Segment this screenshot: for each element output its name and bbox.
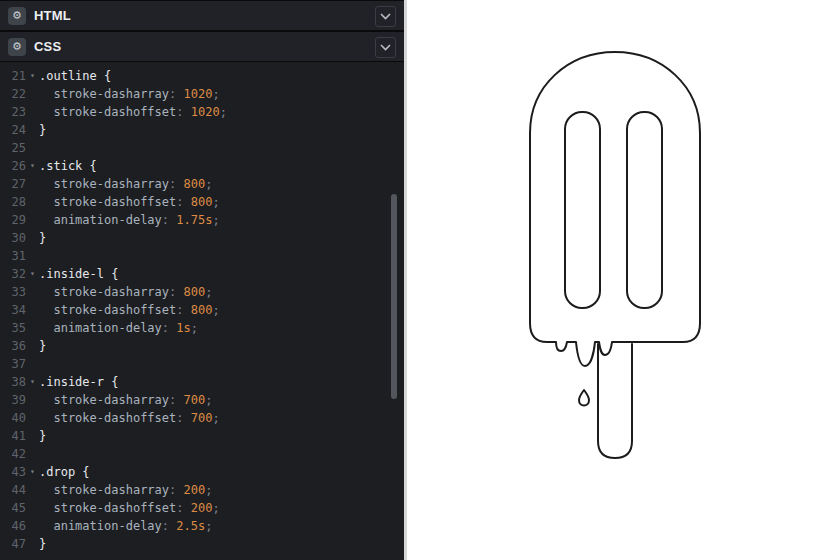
editor-scrollbar[interactable] bbox=[391, 194, 397, 399]
code-line[interactable]: 24} bbox=[0, 121, 404, 139]
line-number: 21 bbox=[0, 67, 26, 85]
code-text: animation-delay: 1s; bbox=[39, 319, 198, 337]
fold-caret-icon[interactable]: ▾ bbox=[26, 157, 39, 175]
code-line[interactable]: 29 animation-delay: 1.75s; bbox=[0, 211, 404, 229]
code-text: } bbox=[39, 337, 46, 355]
gear-icon: ⚙ bbox=[12, 10, 22, 21]
editor-column: ⚙ HTML ⚙ CSS 21▾.outline {22 stroke-dash… bbox=[0, 0, 404, 560]
line-number: 23 bbox=[0, 103, 26, 121]
popsicle-stick bbox=[598, 344, 632, 458]
code-text: stroke-dasharray: 1020; bbox=[39, 85, 220, 103]
fold-caret-icon[interactable]: ▾ bbox=[26, 373, 39, 391]
line-number: 44 bbox=[0, 481, 26, 499]
html-panel-title: HTML bbox=[34, 8, 71, 23]
code-line[interactable]: 45 stroke-dashoffset: 200; bbox=[0, 499, 404, 517]
fold-gutter bbox=[26, 409, 39, 427]
code-line[interactable]: 40 stroke-dashoffset: 700; bbox=[0, 409, 404, 427]
code-line[interactable]: 23 stroke-dashoffset: 1020; bbox=[0, 103, 404, 121]
css-code-editor[interactable]: 21▾.outline {22 stroke-dasharray: 1020;2… bbox=[0, 62, 404, 560]
code-line[interactable]: 38▾.inside-r { bbox=[0, 373, 404, 391]
code-text: .drop { bbox=[39, 463, 90, 481]
line-number: 40 bbox=[0, 409, 26, 427]
code-text: stroke-dashoffset: 1020; bbox=[39, 103, 227, 121]
line-number: 35 bbox=[0, 319, 26, 337]
fold-gutter bbox=[26, 301, 39, 319]
fold-gutter bbox=[26, 229, 39, 247]
fold-caret-icon[interactable]: ▾ bbox=[26, 265, 39, 283]
line-number: 30 bbox=[0, 229, 26, 247]
fold-gutter bbox=[26, 517, 39, 535]
popsicle-drawing bbox=[407, 0, 818, 560]
fold-gutter bbox=[26, 193, 39, 211]
code-line[interactable]: 31 bbox=[0, 247, 404, 265]
code-line[interactable]: 22 stroke-dasharray: 1020; bbox=[0, 85, 404, 103]
line-number: 37 bbox=[0, 355, 26, 373]
fold-gutter bbox=[26, 139, 39, 157]
line-number: 32 bbox=[0, 265, 26, 283]
fold-gutter bbox=[26, 211, 39, 229]
code-text: .stick { bbox=[39, 157, 97, 175]
code-line[interactable]: 47} bbox=[0, 535, 404, 553]
code-text: animation-delay: 1.75s; bbox=[39, 211, 220, 229]
code-line[interactable]: 46 animation-delay: 2.5s; bbox=[0, 517, 404, 535]
code-line[interactable]: 27 stroke-dasharray: 800; bbox=[0, 175, 404, 193]
code-line[interactable]: 44 stroke-dasharray: 200; bbox=[0, 481, 404, 499]
line-number: 27 bbox=[0, 175, 26, 193]
fold-gutter bbox=[26, 85, 39, 103]
line-number: 47 bbox=[0, 535, 26, 553]
code-line[interactable]: 39 stroke-dasharray: 700; bbox=[0, 391, 404, 409]
line-number: 31 bbox=[0, 247, 26, 265]
code-line[interactable]: 33 stroke-dasharray: 800; bbox=[0, 283, 404, 301]
line-number: 43 bbox=[0, 463, 26, 481]
css-settings-button[interactable]: ⚙ bbox=[8, 38, 26, 56]
code-line[interactable]: 35 animation-delay: 1s; bbox=[0, 319, 404, 337]
css-panel-header[interactable]: ⚙ CSS bbox=[0, 31, 404, 62]
code-text: stroke-dashoffset: 800; bbox=[39, 193, 220, 211]
code-line[interactable]: 21▾.outline { bbox=[0, 67, 404, 85]
html-panel-header[interactable]: ⚙ HTML bbox=[0, 0, 404, 31]
code-text: .inside-r { bbox=[39, 373, 118, 391]
code-text: } bbox=[39, 535, 46, 553]
code-line[interactable]: 34 stroke-dashoffset: 800; bbox=[0, 301, 404, 319]
code-line[interactable]: 36} bbox=[0, 337, 404, 355]
fold-gutter bbox=[26, 535, 39, 553]
code-line[interactable]: 26▾.stick { bbox=[0, 157, 404, 175]
popsicle-drop bbox=[579, 390, 589, 406]
code-line[interactable]: 37 bbox=[0, 355, 404, 373]
line-number: 45 bbox=[0, 499, 26, 517]
code-text: stroke-dashoffset: 800; bbox=[39, 301, 220, 319]
code-line[interactable]: 25 bbox=[0, 139, 404, 157]
code-text: } bbox=[39, 229, 46, 247]
code-text: stroke-dasharray: 800; bbox=[39, 175, 212, 193]
html-settings-button[interactable]: ⚙ bbox=[8, 7, 26, 25]
code-text: stroke-dashoffset: 700; bbox=[39, 409, 220, 427]
code-line[interactable]: 32▾.inside-l { bbox=[0, 265, 404, 283]
line-number: 41 bbox=[0, 427, 26, 445]
popsicle-inside-left bbox=[565, 112, 600, 308]
line-number: 39 bbox=[0, 391, 26, 409]
line-number: 33 bbox=[0, 283, 26, 301]
fold-gutter bbox=[26, 103, 39, 121]
code-line[interactable]: 43▾.drop { bbox=[0, 463, 404, 481]
line-number: 38 bbox=[0, 373, 26, 391]
code-lines: 21▾.outline {22 stroke-dasharray: 1020;2… bbox=[0, 67, 404, 553]
code-line[interactable]: 28 stroke-dashoffset: 800; bbox=[0, 193, 404, 211]
html-panel-collapse-button[interactable] bbox=[375, 6, 396, 27]
code-line[interactable]: 30} bbox=[0, 229, 404, 247]
fold-caret-icon[interactable]: ▾ bbox=[26, 463, 39, 481]
fold-gutter bbox=[26, 283, 39, 301]
fold-caret-icon[interactable]: ▾ bbox=[26, 67, 39, 85]
code-line[interactable]: 42 bbox=[0, 445, 404, 463]
fold-gutter bbox=[26, 121, 39, 139]
code-text: .outline { bbox=[39, 67, 111, 85]
line-number: 34 bbox=[0, 301, 26, 319]
line-number: 36 bbox=[0, 337, 26, 355]
code-line[interactable]: 41} bbox=[0, 427, 404, 445]
preview-pane bbox=[407, 0, 818, 560]
css-panel-collapse-button[interactable] bbox=[375, 37, 396, 58]
fold-gutter bbox=[26, 319, 39, 337]
line-number: 28 bbox=[0, 193, 26, 211]
code-text: stroke-dasharray: 700; bbox=[39, 391, 212, 409]
popsicle-outline bbox=[530, 52, 700, 366]
code-text: } bbox=[39, 427, 46, 445]
